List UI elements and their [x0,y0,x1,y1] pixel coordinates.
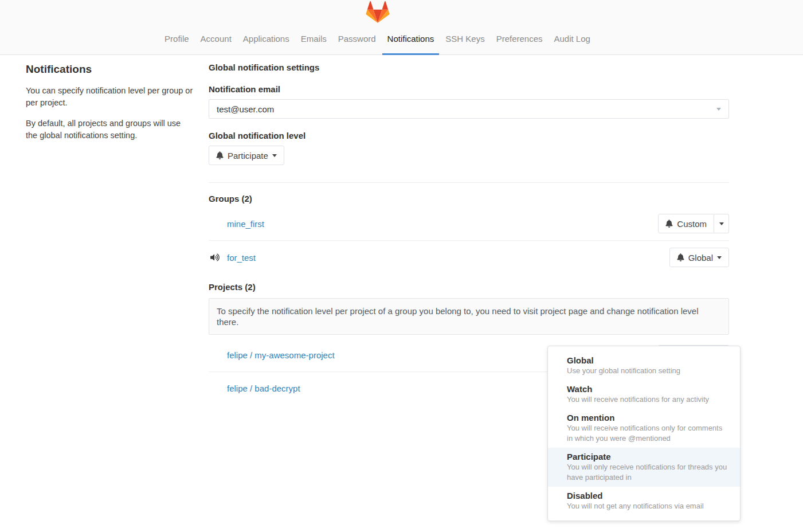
notification-level-dropdown: Global Use your global notification sett… [547,346,741,521]
global-settings-title: Global notification settings [209,62,729,72]
dropdown-item-title: Disabled [567,490,728,501]
caret-down-icon [272,154,277,159]
dropdown-item-desc: You will receive notifications for any a… [567,394,728,405]
caret-down-icon [719,222,724,228]
tab-emails[interactable]: Emails [296,24,332,55]
dropdown-item-on-mention[interactable]: On mention You will receive notification… [548,409,740,448]
dropdown-item-desc: You will receive notifications only for … [567,423,728,444]
dropdown-item-title: On mention [567,412,728,423]
bell-icon [665,220,673,228]
dropdown-item-title: Participate [567,451,728,462]
dropdown-item-participate[interactable]: Participate You will only receive notifi… [548,448,740,487]
group-level-caret-button[interactable] [714,214,729,233]
global-level-button-label: Participate [228,151,268,161]
dropdown-item-desc: Use your global notification setting [567,366,728,376]
tab-ssh-keys[interactable]: SSH Keys [440,24,489,55]
dropdown-item-disabled[interactable]: Disabled You will not get any notificati… [548,487,740,515]
tab-profile[interactable]: Profile [159,24,194,55]
dropdown-item-desc: You will not get any notifications via e… [567,501,728,511]
volume-up-icon [210,253,220,261]
sidebar-paragraph: You can specify notification level per g… [26,85,194,109]
page-title: Notifications [26,63,194,76]
group-link-for-test[interactable]: for_test [227,253,669,263]
dropdown-item-global[interactable]: Global Use your global notification sett… [548,351,740,380]
dropdown-item-desc: You will only receive notifications for … [567,462,728,483]
tab-audit-log[interactable]: Audit Log [549,24,596,55]
notification-email-label: Notification email [209,84,729,94]
tab-applications[interactable]: Applications [238,24,295,55]
gitlab-tanuki-logo[interactable] [366,1,390,23]
group-level-label: Global [688,253,713,263]
notification-email-value: test@user.com [217,104,274,114]
sidebar-description: Notifications You can specify notificati… [26,55,209,404]
group-level-button[interactable]: Global [669,248,729,267]
group-link-mine-first[interactable]: mine_first [227,219,658,229]
bell-icon [677,253,684,261]
projects-notice: To specify the notification level per pr… [209,298,729,335]
notification-email-select[interactable]: test@user.com [209,99,729,119]
tab-preferences[interactable]: Preferences [491,24,548,55]
tab-account[interactable]: Account [195,24,237,55]
global-level-label: Global notification level [209,131,729,140]
tab-password[interactable]: Password [333,24,381,55]
bell-icon [216,151,224,159]
caret-down-icon [716,108,721,113]
dropdown-item-title: Watch [567,384,728,394]
groups-list: mine_first Custom f [209,207,729,274]
top-header: Profile Account Applications Emails Pass… [0,0,803,55]
logo-area [26,0,729,24]
group-level-split-button: Custom [658,214,729,233]
global-level-button[interactable]: Participate [209,146,284,165]
tab-notifications[interactable]: Notifications [382,24,440,55]
projects-title: Projects (2) [209,282,729,292]
caret-down-icon [717,256,722,261]
group-row: mine_first Custom [209,207,729,240]
profile-settings-tabs: Profile Account Applications Emails Pass… [26,24,729,54]
group-level-label: Custom [677,219,707,229]
group-row: for_test Global [209,240,729,274]
notification-settings-page: Profile Account Applications Emails Pass… [0,0,803,532]
section-divider [209,182,729,183]
dropdown-item-title: Global [567,355,728,366]
group-level-button[interactable]: Custom [658,214,714,233]
sidebar-paragraph: By default, all projects and groups will… [26,118,194,142]
groups-title: Groups (2) [209,194,729,204]
dropdown-item-watch[interactable]: Watch You will receive notifications for… [548,380,740,409]
